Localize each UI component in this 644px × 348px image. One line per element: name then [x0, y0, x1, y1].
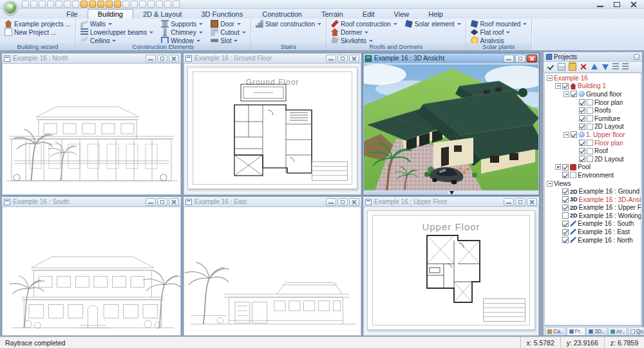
panel-tab-3d[interactable]: 3D..	[586, 327, 607, 335]
supports-button[interactable]: Supports	[160, 20, 204, 28]
folder-icon[interactable]	[569, 63, 576, 71]
restore-icon[interactable]	[337, 55, 348, 62]
window-north[interactable]: Example 16 : North	[1, 53, 182, 196]
window-upper-floor-titlebar[interactable]: Example 16 : Upper Floor	[363, 197, 539, 207]
maximize-icon[interactable]	[612, 1, 622, 8]
roof-mounted-button[interactable]: Roof mounted	[469, 20, 529, 28]
south-elevation-canvas[interactable]	[3, 208, 180, 335]
tree-item-roof[interactable]: Roof	[545, 147, 641, 155]
texture-icon[interactable]	[97, 1, 104, 8]
orbit-icon[interactable]	[89, 1, 96, 8]
tab-terrain[interactable]: Terrain	[312, 10, 353, 19]
tab-construction[interactable]: Construction	[252, 10, 312, 19]
pin-icon[interactable]	[634, 54, 639, 60]
tree-item-1-upper-floor[interactable]: 1. Upper floor	[545, 131, 641, 139]
window-south-titlebar[interactable]: Example 16 : South	[2, 197, 181, 207]
minimize-icon[interactable]	[326, 55, 336, 62]
app-menu-orb[interactable]	[3, 1, 17, 15]
3d-render-canvas[interactable]	[364, 64, 538, 194]
tab-3d-functions[interactable]: 3D Functions	[191, 10, 252, 19]
upper-floor-canvas[interactable]: Upper Floor	[364, 208, 538, 335]
paste-icon[interactable]	[164, 1, 171, 8]
window-ground-floor-titlebar[interactable]: Example 16 : Ground Floor	[184, 53, 361, 64]
move-down-icon[interactable]	[601, 63, 609, 71]
restore-icon[interactable]	[515, 55, 526, 62]
close-icon[interactable]	[169, 55, 179, 62]
minimize-icon[interactable]	[146, 55, 156, 62]
collapse-icon[interactable]	[547, 181, 553, 187]
visibility-checkbox[interactable]	[562, 188, 569, 195]
visibility-checkbox[interactable]	[579, 148, 585, 154]
visibility-checkbox[interactable]	[579, 124, 585, 130]
tree-item-example-16-south[interactable]: Example 16 : South	[545, 220, 641, 228]
minimize-icon[interactable]	[504, 55, 514, 62]
view-3d-icon[interactable]	[55, 1, 62, 8]
tree-item-floor-plan[interactable]: Floor plan	[545, 139, 641, 147]
sort-descending-icon[interactable]	[622, 63, 629, 71]
visibility-checkbox[interactable]	[562, 83, 569, 89]
restore-icon[interactable]	[157, 55, 167, 62]
split-vertical-icon[interactable]	[72, 1, 79, 8]
tab-2d-layout[interactable]: 2D & Layout	[133, 10, 192, 19]
tree-item-example-16-ground-floor[interactable]: 2DExample 16 : Ground Floor	[545, 187, 641, 196]
east-elevation-canvas[interactable]	[184, 208, 361, 335]
window-3d-titlebar[interactable]: Example 16 : 3D Ansicht	[363, 53, 539, 64]
dormer-button[interactable]: Dormer	[330, 28, 399, 36]
tab-help[interactable]: Help	[419, 10, 453, 19]
tree-item-roofs[interactable]: Roofs	[545, 106, 641, 114]
visibility-checkbox[interactable]	[579, 115, 585, 122]
window-east[interactable]: Example 16 : East	[183, 196, 362, 336]
restore-icon[interactable]	[157, 198, 167, 206]
visibility-checkbox[interactable]	[562, 229, 569, 235]
collapse-icon[interactable]	[555, 83, 561, 89]
tab-edit[interactable]: Edit	[353, 10, 384, 19]
tree-item-example-16-3d-ansicht[interactable]: 3DExample 16 : 3D-Ansicht	[545, 196, 641, 204]
flat-roof-button[interactable]: Flat roof	[469, 28, 529, 36]
visibility-checkbox[interactable]	[562, 196, 569, 203]
move-up-icon[interactable]	[591, 63, 598, 71]
close-icon[interactable]	[349, 198, 359, 206]
close-icon[interactable]	[527, 55, 537, 62]
tree-item-pool[interactable]: Pool	[545, 163, 641, 172]
restore-icon[interactable]	[337, 198, 348, 206]
minimize-icon[interactable]	[146, 198, 156, 206]
stair-construction-button[interactable]: Stair construction	[254, 20, 323, 28]
tree-item-furniture[interactable]: Furniture	[545, 114, 641, 123]
tree-item-example-16-east[interactable]: Example 16 : East	[545, 228, 641, 236]
minimize-icon[interactable]	[504, 198, 514, 206]
visibility-checkbox[interactable]	[562, 237, 569, 243]
visibility-checkbox[interactable]	[562, 221, 569, 227]
collapse-icon[interactable]	[564, 91, 569, 97]
visibility-checkbox[interactable]	[571, 91, 577, 97]
chimney-button[interactable]: Chimney	[160, 28, 204, 36]
panel-tab-ca[interactable]: Ca..	[545, 327, 566, 335]
visibility-checkbox[interactable]	[562, 212, 569, 219]
panel-tab-pr[interactable]: Pr..	[567, 327, 586, 335]
tree-item-2d-layout[interactable]: 2D Layout	[545, 155, 641, 163]
tree-item-views[interactable]: Views	[545, 179, 641, 188]
redo-icon[interactable]	[39, 1, 46, 8]
roof-construction-button[interactable]: Roof construction	[330, 20, 399, 28]
tree-item-example-16-north[interactable]: Example 16 : North	[545, 236, 641, 244]
restore-icon[interactable]	[515, 198, 526, 206]
properties-icon[interactable]	[558, 63, 565, 71]
tree-item-environment[interactable]: Environment	[545, 171, 641, 179]
eraser-icon[interactable]	[156, 1, 163, 8]
tree-item-building-1[interactable]: Building 1	[545, 82, 641, 91]
window-ground-floor[interactable]: Example 16 : Ground Floor Ground Floor	[183, 53, 362, 196]
visibility-checkbox[interactable]	[579, 99, 585, 105]
split-horizontal-icon[interactable]	[64, 1, 71, 8]
add-icon[interactable]	[173, 1, 180, 8]
flag-icon[interactable]	[139, 1, 146, 8]
select-icon[interactable]	[122, 1, 129, 8]
close-icon[interactable]	[527, 198, 537, 206]
collapse-icon[interactable]	[547, 75, 553, 81]
close-icon[interactable]	[349, 55, 359, 62]
visibility-checkbox[interactable]	[562, 164, 569, 170]
expand-icon[interactable]	[555, 164, 561, 170]
walls-button[interactable]: Walls	[79, 20, 155, 28]
tree-item-example-16-working-view[interactable]: 2DExample 16 : Working View	[545, 212, 641, 220]
copy-icon[interactable]	[131, 1, 138, 8]
tab-building[interactable]: Building	[88, 9, 133, 19]
tree-item-floor-plan[interactable]: Floor plan	[545, 98, 641, 107]
